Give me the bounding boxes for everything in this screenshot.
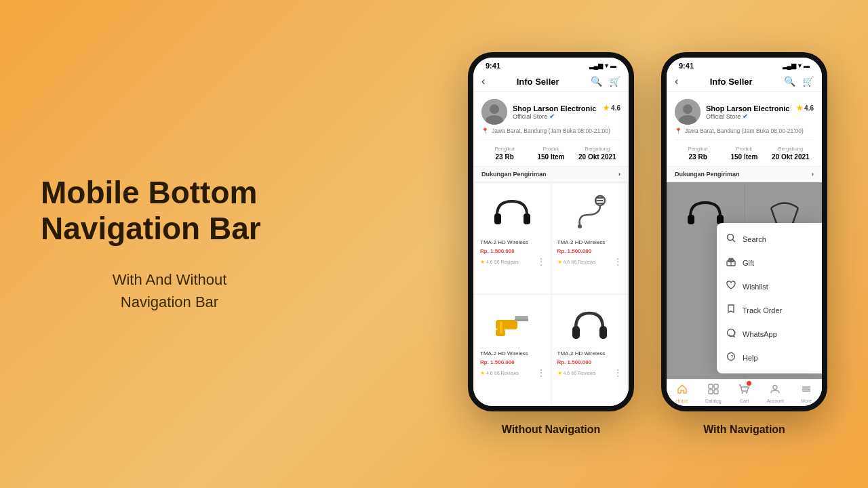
status-bar-1: 9:41 ▂▄▆ ▾ ▬ — [473, 58, 629, 71]
menu-label-gift: Gift — [743, 259, 754, 267]
shipping-banner-2: Dukungan Pengiriman › — [667, 166, 822, 182]
whatsapp-menu-icon — [726, 328, 736, 340]
stat-bergabung-2: Bergabung 20 Okt 2021 — [768, 146, 814, 161]
stat-pengikut-2: Pengikut 23 Rb — [675, 146, 721, 161]
shop-info-1: Shop Larson Electronic ★ 4.6 Official St… — [473, 92, 629, 166]
product-rating-4: ★ 4.6 86 Reviews — [557, 370, 596, 376]
svg-point-36 — [746, 392, 747, 393]
product-card-4[interactable]: TMA-2 HD Wireless Rp. 1.500.000 ★ 4.6 86… — [552, 295, 628, 405]
product-price-3: Rp. 1.500.000 — [480, 359, 545, 365]
menu-label-wishlist: Wishlist — [743, 283, 768, 291]
menu-label-track: Track Order — [743, 306, 782, 314]
nav-catalog[interactable]: Catalog — [698, 380, 729, 406]
phones-area: 9:41 ▂▄▆ ▾ ▬ ‹ Info Seller 🔍 🛒 — [468, 52, 827, 436]
svg-point-37 — [773, 386, 777, 390]
header-title-1: Info Seller — [517, 77, 559, 87]
phone1: 9:41 ▂▄▆ ▾ ▬ ‹ Info Seller 🔍 🛒 — [468, 52, 634, 411]
official-badge-1: Official Store ✔ — [513, 113, 620, 120]
blue-check-2: ✔ — [743, 113, 748, 120]
products-grid-1: TMA-2 HD Wireless Rp. 1.500.000 ★ 4.6 86… — [473, 182, 629, 406]
product-meta-1: ★ 4.6 86 Reviews ⋮ — [480, 257, 545, 266]
location-row-1: 📍 Jawa Barat, Bandung (Jam Buka 08:00-21… — [481, 127, 620, 134]
more-dots-4[interactable]: ⋮ — [614, 368, 622, 378]
shop-details-2: Shop Larson Electronic ★ 4.6 Official St… — [706, 104, 814, 120]
svg-point-1 — [490, 104, 499, 114]
official-text-2: Official Store — [706, 113, 741, 120]
chevron-right-2: › — [812, 171, 814, 178]
shop-avatar-1 — [481, 99, 507, 125]
nav-account[interactable]: Account — [760, 380, 791, 406]
more-dots-3[interactable]: ⋮ — [537, 368, 545, 378]
signal-icon-2: ▂▄▆ — [783, 62, 796, 69]
svg-point-15 — [683, 104, 692, 114]
svg-line-23 — [733, 240, 736, 243]
menu-item-track[interactable]: Track Order — [717, 298, 822, 322]
nav-catalog-label: Catalog — [705, 399, 722, 403]
app-header-2: ‹ Info Seller 🔍 🛒 — [667, 71, 822, 92]
product-card-2[interactable]: TMA-2 HD Wireless Rp. 1.500.000 ★ 4.6 86… — [552, 184, 628, 293]
shop-name-2: Shop Larson Electronic — [706, 104, 789, 113]
cart-icon-1[interactable]: 🛒 — [609, 76, 620, 87]
product-name-3: TMA-2 HD Wireless — [480, 350, 545, 357]
rating-2: ★ 4.6 — [796, 104, 814, 113]
menu-item-gift[interactable]: Gift — [717, 251, 822, 274]
product-rating-3: ★ 4.6 86 Reviews — [480, 370, 519, 376]
nav-cart[interactable]: Cart — [729, 380, 760, 406]
location-row-2: 📍 Jawa Barat, Bandung (Jam Buka 08:00-21… — [675, 127, 814, 134]
menu-item-help[interactable]: ? Help — [717, 346, 822, 369]
blue-check-1: ✔ — [549, 113, 555, 120]
left-text-section: Mobile BottomNavigation Bar With And Wit… — [41, 175, 298, 313]
location-icon-1: 📍 — [481, 127, 489, 134]
mini-star-2: ★ — [557, 259, 562, 265]
main-title: Mobile BottomNavigation Bar — [41, 175, 298, 247]
app-header-1: ‹ Info Seller 🔍 🛒 — [473, 71, 629, 92]
header-icons-2: 🔍 🛒 — [784, 76, 814, 87]
svg-rect-8 — [515, 316, 528, 319]
star-icon-1: ★ — [603, 104, 610, 113]
product-card-1[interactable]: TMA-2 HD Wireless Rp. 1.500.000 ★ 4.6 86… — [475, 184, 551, 293]
svg-rect-33 — [709, 390, 713, 394]
back-button-2[interactable]: ‹ — [675, 75, 678, 87]
search-icon-1[interactable]: 🔍 — [591, 76, 602, 87]
menu-item-search[interactable]: Search — [717, 227, 822, 251]
search-icon-2[interactable]: 🔍 — [784, 76, 795, 87]
nav-home[interactable]: Home — [667, 380, 698, 406]
menu-item-whatsapp[interactable]: WhatsApp — [717, 322, 822, 346]
product-img-3 — [480, 300, 545, 348]
product-img-1 — [480, 189, 545, 237]
gift-menu-icon — [726, 257, 736, 268]
more-dots-2[interactable]: ⋮ — [614, 257, 622, 266]
back-button-1[interactable]: ‹ — [481, 75, 485, 87]
wifi-icon-2: ▾ — [798, 62, 802, 69]
search-menu-icon — [726, 233, 736, 245]
rating-value-2: 4.6 — [804, 104, 814, 112]
phone2-products-area: Search Gift Wishlist — [667, 182, 822, 379]
menu-item-wishlist[interactable]: Wishlist — [717, 274, 822, 298]
mini-star-1: ★ — [480, 259, 485, 265]
home-nav-icon — [677, 384, 688, 397]
product-price-4: Rp. 1.500.000 — [557, 359, 623, 365]
stat-pengikut-1: Pengikut 23 Rb — [481, 146, 528, 161]
product-img-2 — [557, 189, 623, 237]
shipping-banner-1: Dukungan Pengiriman › — [473, 166, 629, 182]
nav-more[interactable]: More — [791, 380, 822, 406]
wishlist-menu-icon — [726, 281, 736, 292]
battery-icon-2: ▬ — [804, 62, 810, 69]
shop-row-1: Shop Larson Electronic ★ 4.6 Official St… — [481, 99, 620, 125]
product-meta-3: ★ 4.6 86 Reviews ⋮ — [480, 368, 545, 378]
svg-rect-12 — [572, 326, 580, 339]
more-dots-1[interactable]: ⋮ — [537, 257, 545, 266]
catalog-nav-icon — [708, 384, 719, 397]
stat-produk-1: Produk 150 Item — [528, 146, 574, 161]
official-text-1: Official Store — [513, 113, 547, 120]
svg-rect-7 — [496, 320, 517, 329]
product-card-3[interactable]: TMA-2 HD Wireless Rp. 1.500.000 ★ 4.6 86… — [475, 295, 551, 405]
mini-star-4: ★ — [557, 370, 562, 376]
svg-rect-34 — [714, 390, 718, 394]
svg-rect-32 — [714, 384, 718, 388]
cart-icon-2[interactable]: 🛒 — [802, 76, 814, 87]
stat-produk-2: Produk 150 Item — [721, 146, 767, 161]
bottom-nav: Home Catalog Cart — [667, 379, 822, 406]
product-rating-2: ★ 4.6 86 Reviews — [557, 259, 596, 265]
status-bar-2: 9:41 ▂▄▆ ▾ ▬ — [667, 58, 822, 71]
